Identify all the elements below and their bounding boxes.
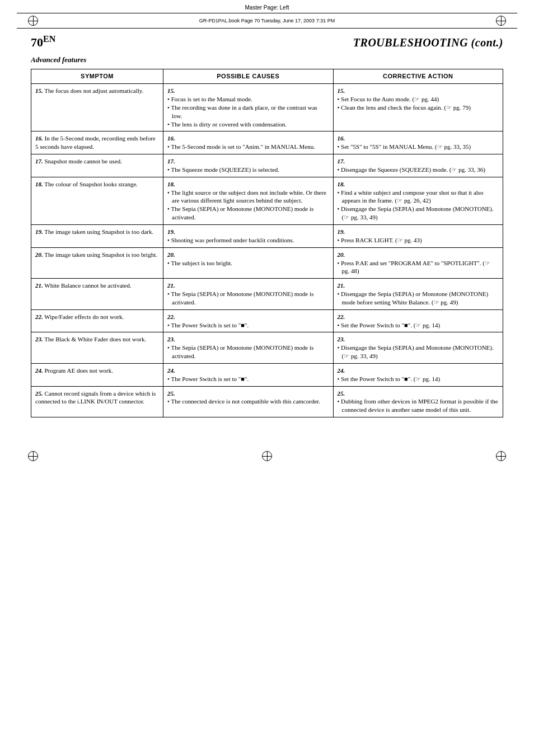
page-wrapper: Master Page: Left GR-PD1PAL.book Page 70… — [0, 0, 534, 756]
table-row: 17. Snapshot mode cannot be used.17. The… — [31, 154, 503, 177]
action-cell: 18. Find a white subject and compose you… — [333, 177, 503, 224]
symptom-cell: 17. Snapshot mode cannot be used. — [31, 154, 163, 177]
cause-cell: 25. The connected device is not compatib… — [163, 386, 333, 417]
section-heading: Advanced features — [31, 55, 503, 64]
cause-cell: 23. The Sepia (SEPIA) or Monotone (MONOT… — [163, 332, 333, 364]
table-row: 16. In the 5-Second mode, recording ends… — [31, 132, 503, 154]
troubleshoot-table: SYMPTOM POSSIBLE CAUSES CORRECTIVE ACTIO… — [31, 69, 503, 417]
action-cell: 23. Disengage the Sepia (SEPIA) and Mono… — [333, 332, 503, 364]
crop-mark-bottom-center — [262, 451, 272, 461]
col-causes: POSSIBLE CAUSES — [163, 69, 333, 84]
symptom-cell: 15. The focus does not adjust automatica… — [31, 84, 163, 132]
page-number: 70EN — [31, 34, 55, 50]
master-page-label: Master Page: Left — [0, 0, 534, 13]
bottom-section — [0, 434, 534, 478]
action-cell: 21. Disengage the Sepia (SEPIA) or Monot… — [333, 279, 503, 310]
page-header: 70EN TROUBLESHOOTING (cont.) — [31, 34, 503, 51]
symptom-cell: 21. White Balance cannot be activated. — [31, 279, 163, 310]
crop-mark-bottom-left — [28, 451, 38, 461]
cause-cell: 21. The Sepia (SEPIA) or Monotone (MONOT… — [163, 279, 333, 310]
table-row: 21. White Balance cannot be activated.21… — [31, 279, 503, 310]
table-row: 23. The Black & White Fader does not wor… — [31, 332, 503, 364]
action-cell: 24. Set the Power Switch to "■". (☞ pg. … — [333, 363, 503, 386]
symptom-cell: 16. In the 5-Second mode, recording ends… — [31, 132, 163, 154]
page-title: TROUBLESHOOTING (cont.) — [353, 36, 503, 49]
cause-cell: 17. The Squeeze mode (SQUEEZE) is select… — [163, 154, 333, 177]
action-cell: 25. Dubbing from other devices in MPEG2 … — [333, 386, 503, 417]
crop-mark-right-top — [496, 16, 506, 26]
action-cell: 19. Press BACK LIGHT. (☞ pg. 43) — [333, 224, 503, 247]
cause-cell: 24. The Power Switch is set to "■". — [163, 363, 333, 386]
action-cell: 22. Set the Power Switch to "■". (☞ pg. … — [333, 309, 503, 332]
crop-mark-row-top: GR-PD1PAL.book Page 70 Tuesday, June 17,… — [17, 13, 517, 29]
symptom-cell: 18. The colour of Snapshot looks strange… — [31, 177, 163, 224]
file-info: GR-PD1PAL.book Page 70 Tuesday, June 17,… — [199, 18, 335, 24]
action-cell: 15. Set Focus to the Auto mode. (☞ pg. 4… — [333, 84, 503, 132]
symptom-cell: 23. The Black & White Fader does not wor… — [31, 332, 163, 364]
crop-mark-bottom-right — [496, 451, 506, 461]
symptom-cell: 25. Cannot record signals from a device … — [31, 386, 163, 417]
table-row: 15. The focus does not adjust automatica… — [31, 84, 503, 132]
cause-cell: 19. Shooting was performed under backlit… — [163, 224, 333, 247]
symptom-cell: 22. Wipe/Fader effects do not work. — [31, 309, 163, 332]
cause-cell: 15. Focus is set to the Manual mode.The … — [163, 84, 333, 132]
content-area: 70EN TROUBLESHOOTING (cont.) Advanced fe… — [0, 29, 534, 423]
symptom-cell: 24. Program AE does not work. — [31, 363, 163, 386]
table-row: 20. The image taken using Snapshot is to… — [31, 247, 503, 279]
cause-cell: 20. The subject is too bright. — [163, 247, 333, 279]
col-action: CORRECTIVE ACTION — [333, 69, 503, 84]
action-cell: 16. Set "5S" to "5S" in MANUAL Menu. (☞ … — [333, 132, 503, 154]
table-row: 22. Wipe/Fader effects do not work.22. T… — [31, 309, 503, 332]
table-row: 24. Program AE does not work.24. The Pow… — [31, 363, 503, 386]
col-symptom: SYMPTOM — [31, 69, 163, 84]
cause-cell: 16. The 5-Second mode is set to "Anim." … — [163, 132, 333, 154]
cause-cell: 18. The light source or the subject does… — [163, 177, 333, 224]
table-row: 25. Cannot record signals from a device … — [31, 386, 503, 417]
symptom-cell: 20. The image taken using Snapshot is to… — [31, 247, 163, 279]
table-row: 18. The colour of Snapshot looks strange… — [31, 177, 503, 224]
symptom-cell: 19. The image taken using Snapshot is to… — [31, 224, 163, 247]
action-cell: 17. Disengage the Squeeze (SQUEEZE) mode… — [333, 154, 503, 177]
action-cell: 20. Press P.AE and set "PROGRAM AE" to "… — [333, 247, 503, 279]
table-row: 19. The image taken using Snapshot is to… — [31, 224, 503, 247]
crop-mark-left-top — [28, 16, 38, 26]
cause-cell: 22. The Power Switch is set to "■". — [163, 309, 333, 332]
